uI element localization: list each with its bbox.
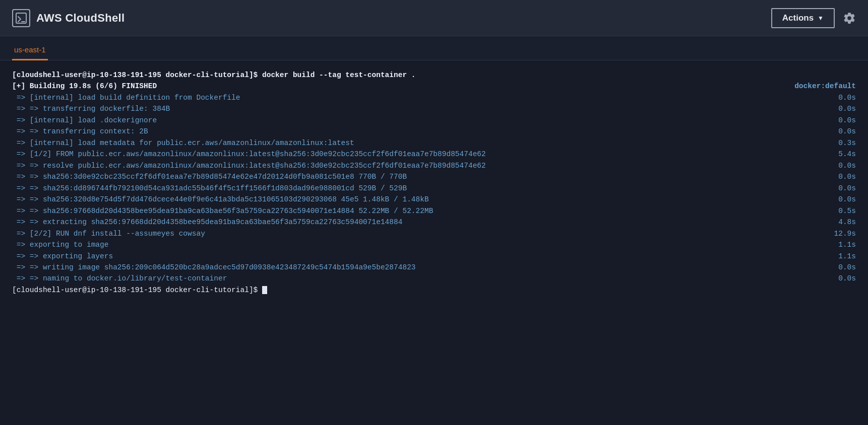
command-text: [cloudshell-user@ip-10-138-191-195 docke…: [12, 69, 856, 81]
cloudshell-logo-icon: [12, 9, 30, 27]
prompt-text: [cloudshell-user@ip-10-138-191-195 docke…: [12, 285, 856, 296]
build-line-5: => [internal] load metadata for public.e…: [12, 137, 856, 149]
build-line-17-text: => => naming to docker.io/library/test-c…: [12, 273, 805, 284]
build-line-2-timing: 0.0s: [805, 103, 856, 114]
build-line-7-timing: 0.0s: [805, 160, 856, 171]
actions-label: Actions: [782, 13, 814, 23]
build-line-3: => [internal] load .dockerignore 0.0s: [12, 115, 856, 126]
build-line-17: => => naming to docker.io/library/test-c…: [12, 273, 856, 284]
build-line-4-text: => => transferring context: 2B: [12, 126, 805, 137]
header: AWS CloudShell Actions ▼: [0, 0, 868, 36]
build-line-11-text: => => sha256:97668dd20d4358bee95dea91ba9…: [12, 205, 805, 217]
build-line-4: => => transferring context: 2B 0.0s: [12, 126, 856, 137]
build-line-3-text: => [internal] load .dockerignore: [12, 115, 805, 126]
terminal-prompt-line: [cloudshell-user@ip-10-138-191-195 docke…: [12, 285, 856, 296]
build-line-11: => => sha256:97668dd20d4358bee95dea91ba9…: [12, 205, 856, 217]
build-line-14-text: => exporting to image: [12, 239, 805, 250]
build-line-10: => => sha256:320d8e754d5f7dd476dcece44e0…: [12, 194, 856, 205]
build-status-text: [+] Building 19.8s (6/6) FINISHED: [12, 81, 794, 92]
build-line-13-text: => [2/2] RUN dnf install --assumeyes cow…: [12, 228, 805, 239]
build-line-9-timing: 0.0s: [805, 183, 856, 194]
build-line-16-timing: 0.0s: [805, 262, 856, 273]
build-line-1: => [internal] load build definition from…: [12, 92, 856, 103]
build-line-3-timing: 0.0s: [805, 115, 856, 126]
build-line-13: => [2/2] RUN dnf install --assumeyes cow…: [12, 228, 856, 239]
build-line-16: => => writing image sha256:209c064d520bc…: [12, 262, 856, 273]
build-line-8-text: => => sha256:3d0e92cbc235ccf2f6df01eaa7e…: [12, 171, 805, 182]
build-line-7-text: => => resolve public.ecr.aws/amazonlinux…: [12, 160, 805, 171]
tab-us-east-1[interactable]: us-east-1: [12, 40, 48, 60]
build-line-6-timing: 5.4s: [805, 149, 856, 160]
build-line-14-timing: 1.1s: [805, 239, 856, 250]
build-line-6: => [1/2] FROM public.ecr.aws/amazonlinux…: [12, 149, 856, 160]
build-line-9-text: => => sha256:dd896744fb792100d54ca931adc…: [12, 183, 805, 194]
build-status-line: [+] Building 19.8s (6/6) FINISHED docker…: [12, 81, 856, 92]
build-line-5-text: => [internal] load metadata for public.e…: [12, 137, 805, 149]
build-line-14: => exporting to image 1.1s: [12, 239, 856, 250]
docker-default-label: docker:default: [794, 81, 856, 92]
build-line-2: => => transferring dockerfile: 384B 0.0s: [12, 103, 856, 114]
tab-bar: us-east-1: [0, 36, 868, 60]
cursor: [262, 286, 267, 294]
build-line-7: => => resolve public.ecr.aws/amazonlinux…: [12, 160, 856, 171]
build-line-1-timing: 0.0s: [805, 92, 856, 103]
build-line-13-timing: 12.9s: [805, 228, 856, 239]
actions-button[interactable]: Actions ▼: [771, 8, 835, 28]
build-line-12-timing: 4.8s: [805, 217, 856, 228]
build-line-17-timing: 0.0s: [805, 273, 856, 284]
build-line-16-text: => => writing image sha256:209c064d520bc…: [12, 262, 805, 273]
build-line-5-timing: 0.3s: [805, 137, 856, 149]
build-line-10-text: => => sha256:320d8e754d5f7dd476dcece44e0…: [12, 194, 805, 205]
app-title: AWS CloudShell: [36, 12, 125, 25]
build-line-8-timing: 0.0s: [805, 171, 856, 182]
chevron-down-icon: ▼: [818, 15, 824, 22]
build-line-9: => => sha256:dd896744fb792100d54ca931adc…: [12, 183, 856, 194]
build-line-12-text: => => extracting sha256:97668dd20d4358be…: [12, 217, 805, 228]
header-left: AWS CloudShell: [12, 9, 125, 27]
build-line-4-timing: 0.0s: [805, 126, 856, 137]
build-line-12: => => extracting sha256:97668dd20d4358be…: [12, 217, 856, 228]
build-line-2-text: => => transferring dockerfile: 384B: [12, 103, 805, 114]
build-line-15: => => exporting layers 1.1s: [12, 251, 856, 262]
build-line-10-timing: 0.0s: [805, 194, 856, 205]
settings-button[interactable]: [843, 12, 856, 25]
build-line-6-text: => [1/2] FROM public.ecr.aws/amazonlinux…: [12, 149, 805, 160]
build-line-15-text: => => exporting layers: [12, 251, 805, 262]
build-line-15-timing: 1.1s: [805, 251, 856, 262]
terminal-command-line: [cloudshell-user@ip-10-138-191-195 docke…: [12, 69, 856, 81]
gear-icon: [843, 12, 856, 25]
build-line-11-timing: 0.5s: [805, 205, 856, 217]
terminal[interactable]: [cloudshell-user@ip-10-138-191-195 docke…: [0, 60, 868, 425]
header-right: Actions ▼: [771, 8, 856, 28]
build-line-8: => => sha256:3d0e92cbc235ccf2f6df01eaa7e…: [12, 171, 856, 182]
build-line-1-text: => [internal] load build definition from…: [12, 92, 805, 103]
